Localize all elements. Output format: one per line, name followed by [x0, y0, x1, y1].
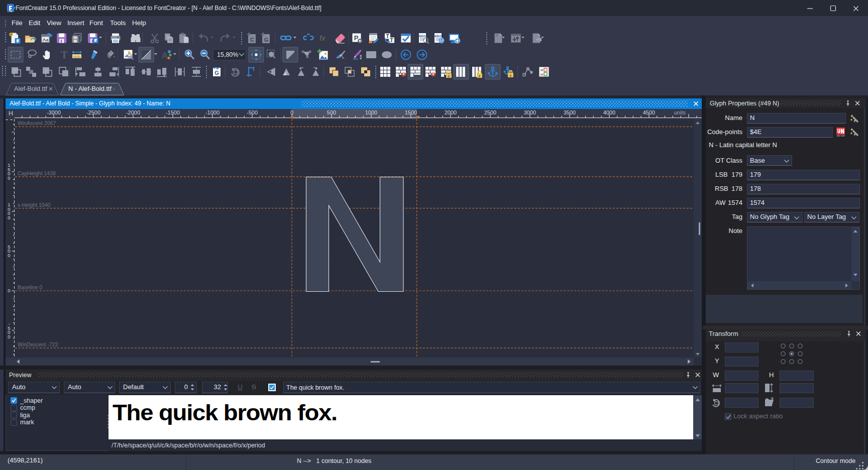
svg-text:0: 0: [8, 175, 10, 181]
svg-text:0: 0: [8, 253, 10, 258]
svg-text:units: units: [674, 109, 686, 115]
svg-text:UNICODE: UNICODE: [836, 135, 845, 137]
svg-text:CapHeight 1438: CapHeight 1438: [18, 170, 56, 176]
svg-text:0: 0: [8, 334, 10, 339]
svg-text:WinAscent 2067: WinAscent 2067: [18, 120, 56, 126]
svg-text:H: H: [9, 110, 13, 117]
svg-text:WinDescent -722: WinDescent -722: [18, 341, 58, 347]
svg-text:x-Height 1040: x-Height 1040: [18, 202, 51, 208]
svg-text:0: 0: [8, 215, 10, 220]
svg-text:H: H: [540, 73, 543, 76]
svg-text:Baseline 0: Baseline 0: [18, 284, 42, 290]
svg-text:G: G: [214, 70, 219, 76]
svg-text:0: 0: [8, 288, 10, 293]
svg-text:H: H: [540, 68, 543, 72]
